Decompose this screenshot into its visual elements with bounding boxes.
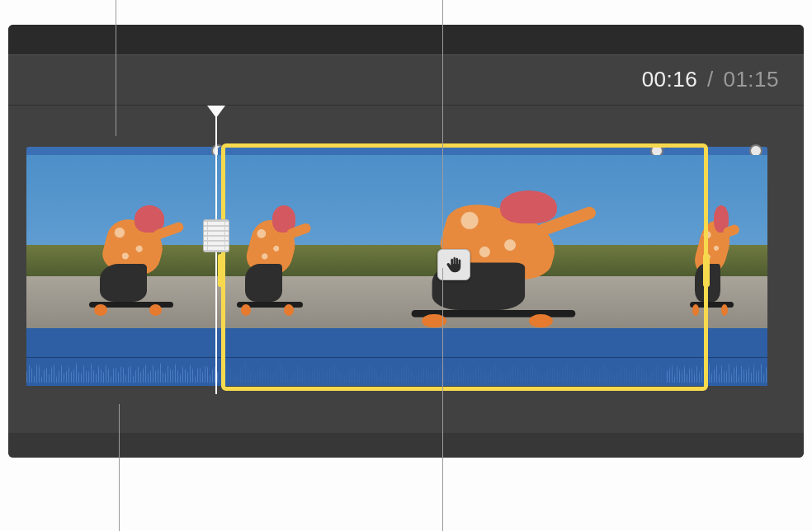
audio-track[interactable] [26,328,218,386]
clip-thumbnails [26,155,218,328]
clip-duration: 01:15 [723,67,779,92]
clip-thumbnails [667,155,767,328]
callout-line [442,268,443,531]
timeline-track[interactable] [8,147,804,394]
time-separator: / [707,67,714,92]
filmstrip-icon [203,219,229,252]
callout-line [119,404,120,531]
callout-line [442,0,443,247]
playhead-time: 00:16 [642,67,698,92]
timeline-editor: 00:16 / 01:15 [8,25,804,458]
toolbar-strip [8,25,804,54]
video-clip-post[interactable] [667,147,767,386]
speed-bar[interactable] [26,147,218,155]
hand-stop-icon [445,256,463,274]
video-clip-pre[interactable] [26,147,218,386]
selection-trim-handle-left[interactable] [218,254,224,287]
selection-trim-handle-right[interactable] [703,254,710,287]
time-readout: 00:16 / 01:15 [642,67,779,92]
editor-footer [8,433,804,458]
timeline-header: 00:16 / 01:15 [8,54,804,106]
audio-track[interactable] [667,328,767,386]
callout-line [116,0,116,136]
